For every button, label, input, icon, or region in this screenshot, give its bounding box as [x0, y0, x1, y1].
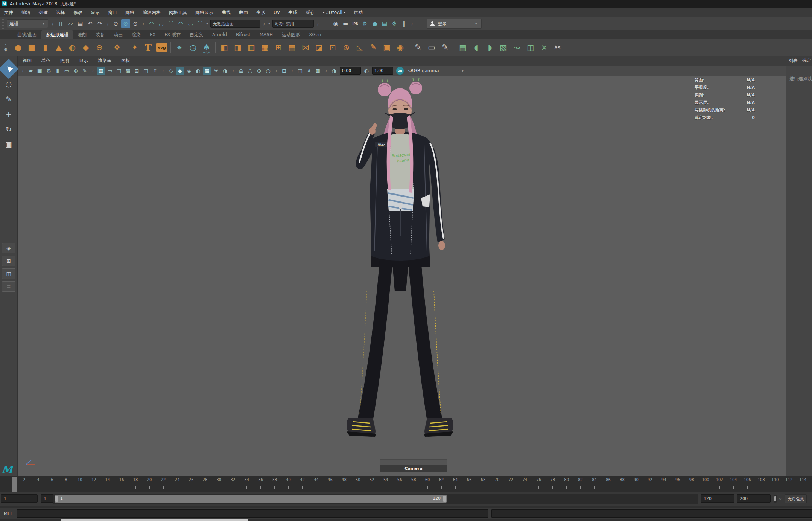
super-shape-icon[interactable]: ✦: [128, 40, 141, 55]
spherical-mapping-icon[interactable]: ◗: [483, 40, 497, 55]
poly-sphere-icon[interactable]: ●: [11, 40, 25, 55]
snap-to-curve-icon[interactable]: ◡: [157, 19, 166, 28]
planar-mapping-icon[interactable]: ▤: [456, 40, 470, 55]
character-set-selector[interactable]: 无角色集: [785, 494, 807, 503]
select-object-icon[interactable]: ⊙: [121, 19, 130, 28]
grid-icon[interactable]: ▦: [97, 67, 105, 75]
save-scene-icon[interactable]: ▤: [76, 19, 85, 28]
section-collapse-arrow[interactable]: ›: [92, 67, 93, 75]
lasso-select-tool[interactable]: ◌: [2, 77, 16, 91]
shadows-icon[interactable]: ◑: [221, 67, 229, 75]
character-set-dropdown-arrow[interactable]: ▽: [779, 497, 782, 501]
image-plane-icon[interactable]: ▭: [62, 67, 71, 75]
multi-cut-icon[interactable]: ◺: [353, 40, 366, 55]
make-live-icon[interactable]: ⌒: [196, 19, 205, 28]
playback-speed-slider[interactable]: [774, 495, 777, 503]
sign-in-button[interactable]: 登录▾: [427, 19, 482, 29]
snap-to-view-plane-icon[interactable]: ◡: [186, 19, 195, 28]
render-setup-icon[interactable]: ⚙: [390, 19, 399, 28]
poly-disc-icon[interactable]: ⊖: [93, 40, 106, 55]
target-weld-icon[interactable]: ⊡: [326, 40, 339, 55]
menu-item-网格工具[interactable]: 网格工具: [165, 8, 191, 17]
motion-blur-icon[interactable]: ◌: [246, 67, 254, 75]
grease-pencil-icon[interactable]: ✎: [81, 67, 89, 75]
smooth-mesh-icon[interactable]: ◉: [394, 40, 407, 55]
live-surface-field[interactable]: 无激活曲面: [210, 20, 260, 28]
safe-action-icon[interactable]: ◫: [142, 67, 150, 75]
select-hierarchy-icon[interactable]: ⊙: [111, 19, 120, 28]
select-tool[interactable]: ▶: [0, 59, 19, 79]
snap-to-projected-center-icon[interactable]: ◠: [176, 19, 185, 28]
shelf-tab-雕刻[interactable]: 雕刻: [73, 30, 91, 39]
section-collapse-arrow[interactable]: ›: [275, 67, 277, 75]
command-line-language-label[interactable]: MEL: [0, 511, 17, 516]
svg-tool-icon[interactable]: svg: [156, 43, 167, 52]
safe-title-icon[interactable]: T: [151, 67, 159, 75]
pause-viewport-icon[interactable]: ∥: [400, 19, 409, 28]
edit-points-icon[interactable]: ▭: [425, 40, 438, 55]
panel-menu-面板[interactable]: 面板: [116, 56, 135, 66]
current-time-indicator[interactable]: [12, 477, 17, 492]
shelf-tab-Arnold[interactable]: Arnold: [208, 30, 231, 39]
undo-icon[interactable]: ↶: [85, 19, 94, 28]
shelf-tab-渲染[interactable]: 渲染: [127, 30, 145, 39]
dropdown-arrow-icon[interactable]: ▾: [206, 22, 208, 26]
shelf-tab-FX 缓存[interactable]: FX 缓存: [160, 30, 185, 39]
section-collapse-arrow[interactable]: ›: [317, 20, 319, 28]
platonic-solid-icon[interactable]: ❖: [110, 40, 124, 55]
menu-item-曲线[interactable]: 曲线: [217, 8, 235, 17]
select-component-icon[interactable]: ⊙: [131, 19, 140, 28]
menu-item-编辑网格[interactable]: 编辑网格: [138, 8, 165, 17]
select-camera-icon[interactable]: ▰: [26, 67, 35, 75]
curve-pencil-icon[interactable]: ✎: [411, 40, 425, 55]
gamma-field[interactable]: 1.00: [372, 67, 393, 75]
menu-item-变形[interactable]: 变形: [252, 8, 269, 17]
menu-item-缓存[interactable]: 缓存: [301, 8, 319, 17]
shelf-tab-多边形建模[interactable]: 多边形建模: [41, 30, 73, 39]
anti-alias-icon[interactable]: ⊙: [255, 67, 263, 75]
shelf-tab-XGen[interactable]: XGen: [304, 30, 326, 39]
move-tool[interactable]: +: [2, 107, 16, 121]
playback-end-field[interactable]: 120: [701, 494, 734, 503]
shelf-tab-Bifrost[interactable]: Bifrost: [231, 30, 255, 39]
shelf-tab-自定义[interactable]: 自定义: [185, 30, 208, 39]
quad-draw-icon[interactable]: ✎: [366, 40, 380, 55]
snap-to-point-icon[interactable]: ⌒: [166, 19, 175, 28]
menu-item-修改[interactable]: 修改: [69, 8, 87, 17]
two-pane-layout-button[interactable]: ◫: [2, 268, 15, 279]
animation-start-field[interactable]: 1: [1, 494, 38, 503]
outliner-layout-button[interactable]: ≣: [2, 281, 15, 292]
render-current-frame-icon[interactable]: ▬: [341, 19, 350, 28]
snap-to-grid-icon[interactable]: ◠: [147, 19, 156, 28]
lock-camera-icon[interactable]: ▣: [35, 67, 44, 75]
type-tool-icon[interactable]: T: [141, 40, 155, 55]
panel-menu-显示[interactable]: 显示: [74, 56, 93, 66]
shelf-tab-arrow-icon[interactable]: ▾: [5, 43, 6, 46]
dropdown-arrow-icon[interactable]: ▾: [268, 22, 270, 26]
ipr-render-icon[interactable]: IPR: [351, 19, 360, 28]
xray-active-icon[interactable]: ⊠: [314, 67, 322, 75]
film-gate-icon[interactable]: ▭: [106, 67, 114, 75]
insert-edge-loop-icon[interactable]: ▣: [380, 40, 394, 55]
shelf-tab-MASH[interactable]: MASH: [255, 30, 277, 39]
menu-item-网格显示[interactable]: 网格显示: [191, 8, 217, 17]
render-settings-icon[interactable]: ⚙: [360, 19, 370, 28]
section-collapse-arrow[interactable]: ›: [162, 67, 164, 75]
shelf-tab-运动图形[interactable]: 运动图形: [277, 30, 304, 39]
section-collapse-arrow[interactable]: ›: [232, 67, 234, 75]
uv-editor-icon[interactable]: ◫: [524, 40, 537, 55]
smooth-shade-icon[interactable]: ◆: [176, 67, 184, 75]
single-pane-layout-button[interactable]: ◈: [2, 243, 15, 253]
command-line-input[interactable]: [17, 509, 488, 518]
view-transform-selector[interactable]: sRGB gamma▾: [406, 67, 467, 75]
menu-set-selector[interactable]: 建模▾: [7, 19, 48, 28]
shelf-tab-动画[interactable]: 动画: [109, 30, 127, 39]
occlusion-icon[interactable]: ◒: [237, 67, 245, 75]
resolution-gate-icon[interactable]: □: [115, 67, 123, 75]
menu-item-创建[interactable]: 创建: [35, 8, 52, 17]
lighting-icon[interactable]: ☀: [212, 67, 220, 75]
render-shading-icon[interactable]: ●: [370, 19, 379, 28]
panel-menu-渲染器[interactable]: 渲染器: [93, 56, 116, 66]
shelf-tab-装备[interactable]: 装备: [91, 30, 109, 39]
gate-mask-icon[interactable]: ▩: [124, 67, 132, 75]
